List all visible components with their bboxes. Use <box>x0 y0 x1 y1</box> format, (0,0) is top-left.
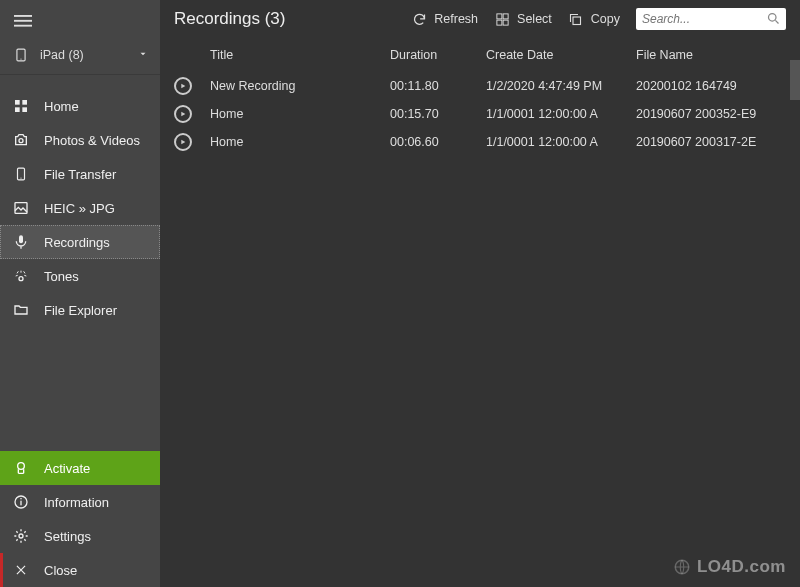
col-create-date[interactable]: Create Date <box>486 48 636 62</box>
scrollbar[interactable] <box>790 60 800 100</box>
cell-duration: 00:11.80 <box>390 79 486 93</box>
search-box[interactable] <box>636 8 786 30</box>
copy-button[interactable]: Copy <box>568 11 620 27</box>
table-row[interactable]: Home 00:15.70 1/1/0001 12:00:00 A 201906… <box>174 100 786 128</box>
page-title: Recordings (3) <box>174 9 286 29</box>
sidebar-item-information[interactable]: Information <box>0 485 160 519</box>
watermark: LO4D.com <box>673 557 786 577</box>
play-button[interactable] <box>174 105 192 123</box>
play-button[interactable] <box>174 77 192 95</box>
svg-rect-24 <box>573 17 581 25</box>
main-header: Recordings (3) Refresh Select Copy <box>160 0 800 34</box>
search-input[interactable] <box>642 12 764 26</box>
play-button[interactable] <box>174 133 192 151</box>
sidebar-item-settings[interactable]: Settings <box>0 519 160 553</box>
svg-point-26 <box>675 560 689 574</box>
svg-rect-0 <box>14 15 32 17</box>
sidebar-item-photos-videos[interactable]: Photos & Videos <box>0 123 160 157</box>
activate-icon <box>12 459 30 477</box>
sidebar-item-close[interactable]: Close <box>0 553 160 587</box>
sidebar: iPad (8) Home Photos & Videos <box>0 0 160 587</box>
cell-title: New Recording <box>210 79 390 93</box>
device-name: iPad (8) <box>40 48 84 62</box>
sidebar-item-tones[interactable]: Tones <box>0 259 160 293</box>
sidebar-item-label: Close <box>44 563 77 578</box>
sidebar-item-home[interactable]: Home <box>0 89 160 123</box>
app-root: iPad (8) Home Photos & Videos <box>0 0 800 587</box>
svg-rect-22 <box>496 20 501 25</box>
sidebar-item-label: Recordings <box>44 235 110 250</box>
refresh-button[interactable]: Refresh <box>411 11 478 27</box>
cell-filename: 20190607 200352-E9 <box>636 107 786 121</box>
refresh-icon <box>411 11 427 27</box>
home-icon <box>12 97 30 115</box>
image-icon <box>12 199 30 217</box>
select-icon <box>494 11 510 27</box>
svg-rect-1 <box>14 20 32 22</box>
sidebar-item-label: HEIC » JPG <box>44 201 115 216</box>
cell-create: 1/1/0001 12:00:00 A <box>486 107 636 121</box>
svg-rect-13 <box>19 235 23 243</box>
svg-rect-20 <box>496 13 501 18</box>
table-header: Title Duration Create Date File Name <box>174 40 786 72</box>
activate-button[interactable]: Activate <box>0 451 160 485</box>
hamburger-icon[interactable] <box>12 10 34 32</box>
table-row[interactable]: Home 00:06.60 1/1/0001 12:00:00 A 201906… <box>174 128 786 156</box>
svg-point-14 <box>19 277 23 281</box>
activate-label: Activate <box>44 461 90 476</box>
microphone-icon <box>12 233 30 251</box>
sidebar-item-label: Tones <box>44 269 79 284</box>
sidebar-item-file-explorer[interactable]: File Explorer <box>0 293 160 327</box>
svg-rect-18 <box>20 498 21 499</box>
info-icon <box>12 493 30 511</box>
svg-rect-6 <box>22 100 27 105</box>
svg-rect-7 <box>15 107 20 112</box>
svg-point-19 <box>19 534 23 538</box>
svg-point-11 <box>20 178 21 179</box>
globe-icon <box>673 558 691 576</box>
recordings-table: Title Duration Create Date File Name New… <box>160 34 800 156</box>
sidebar-item-label: File Explorer <box>44 303 117 318</box>
search-icon[interactable] <box>766 11 782 27</box>
cell-create: 1/1/0001 12:00:00 A <box>486 135 636 149</box>
svg-rect-5 <box>15 100 20 105</box>
chevron-down-icon <box>138 48 148 62</box>
sidebar-top <box>0 0 160 40</box>
refresh-label: Refresh <box>434 12 478 26</box>
device-selector[interactable]: iPad (8) <box>0 40 160 75</box>
sidebar-item-file-transfer[interactable]: File Transfer <box>0 157 160 191</box>
svg-point-25 <box>769 14 777 22</box>
svg-rect-2 <box>14 25 32 27</box>
device-icon <box>12 46 30 64</box>
sidebar-item-label: Settings <box>44 529 91 544</box>
svg-rect-8 <box>22 107 27 112</box>
cell-title: Home <box>210 107 390 121</box>
cell-create: 1/2/2020 4:47:49 PM <box>486 79 636 93</box>
cell-title: Home <box>210 135 390 149</box>
svg-point-9 <box>19 139 23 143</box>
select-button[interactable]: Select <box>494 11 552 27</box>
close-icon <box>12 561 30 579</box>
col-title[interactable]: Title <box>210 48 390 62</box>
svg-point-4 <box>20 59 21 60</box>
select-label: Select <box>517 12 552 26</box>
sidebar-bottom: Activate Information Settings Close <box>0 451 160 587</box>
cell-filename: 20190607 200317-2E <box>636 135 786 149</box>
gear-icon <box>12 527 30 545</box>
sidebar-item-label: Home <box>44 99 79 114</box>
svg-point-15 <box>18 463 25 470</box>
cell-duration: 00:06.60 <box>390 135 486 149</box>
col-duration[interactable]: Duration <box>390 48 486 62</box>
sidebar-nav: Home Photos & Videos File Transfer HEIC … <box>0 75 160 451</box>
sidebar-item-label: File Transfer <box>44 167 116 182</box>
folder-icon <box>12 301 30 319</box>
svg-rect-21 <box>503 13 508 18</box>
main-panel: Recordings (3) Refresh Select Copy <box>160 0 800 587</box>
sidebar-item-recordings[interactable]: Recordings <box>0 225 160 259</box>
copy-label: Copy <box>591 12 620 26</box>
col-filename[interactable]: File Name <box>636 48 786 62</box>
sidebar-item-heic-jpg[interactable]: HEIC » JPG <box>0 191 160 225</box>
svg-rect-17 <box>20 501 21 506</box>
table-row[interactable]: New Recording 00:11.80 1/2/2020 4:47:49 … <box>174 72 786 100</box>
cell-filename: 20200102 164749 <box>636 79 786 93</box>
